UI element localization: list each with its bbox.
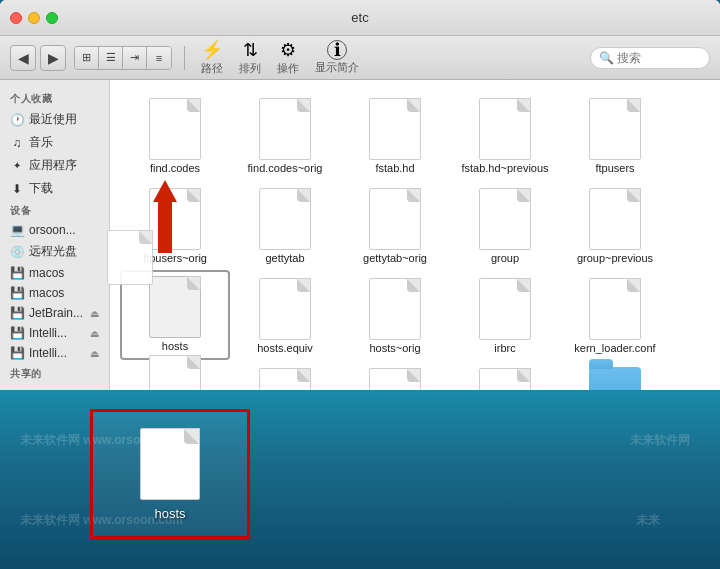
orsoon-icon: 💻 (10, 223, 24, 237)
gettytab-orig-name: gettytab~orig (363, 252, 427, 265)
optical-icon: 💿 (10, 245, 24, 259)
sidebar-shared-section: 共享的 (0, 363, 109, 383)
file-item-group[interactable]: group (450, 180, 560, 270)
sidebar-item-recent[interactable]: 🕐 最近使用 (0, 108, 109, 131)
file-item-irbrc[interactable]: irbrc (450, 270, 560, 360)
sidebar-item-downloads-label: 下载 (29, 180, 53, 197)
desktop: 未来软件网 www.orsoon.com 未来软件网 未来软件网 www.ors… (0, 390, 720, 569)
view-gallery-btn[interactable]: ≡ (147, 47, 171, 69)
arrow-shaft (158, 198, 172, 253)
apps-icon: ✦ (10, 159, 24, 173)
sidebar-item-music-label: 音乐 (29, 134, 53, 151)
sidebar-item-macos1-label: macos (29, 266, 64, 280)
back-button[interactable]: ◀ (10, 45, 36, 71)
watermark-4: 未来 (636, 512, 660, 529)
jetbrains-eject[interactable]: ⏏ (90, 308, 99, 319)
watermark-2: 未来软件网 (630, 432, 690, 449)
view-mode-buttons: ⊞ ☰ ⇥ ≡ (74, 46, 172, 70)
info-button[interactable]: ℹ 显示简介 (311, 38, 363, 77)
action-button[interactable]: ⚙ 操作 (273, 37, 303, 78)
sidebar-item-macos2[interactable]: 💾 macos (0, 283, 109, 303)
find-codes-orig-icon (259, 98, 311, 160)
sidebar-item-music[interactable]: ♫ 音乐 (0, 131, 109, 154)
group-previous-name: group~previous (577, 252, 653, 265)
fstab-hd-previous-icon (479, 98, 531, 160)
file-grid: find.codes find.codes~orig fstab.hd fsta… (110, 80, 720, 395)
view-icon-btn[interactable]: ⊞ (75, 47, 99, 69)
music-icon: ♫ (10, 136, 24, 150)
file-item-kern-loader-conf[interactable]: kern_loader.conf (560, 270, 670, 360)
search-icon: 🔍 (599, 51, 614, 65)
fstab-hd-icon (369, 98, 421, 160)
drag-arrow (155, 180, 175, 260)
kern-loader-conf-name: kern_loader.conf (574, 342, 655, 355)
file-item-find-codes[interactable]: find.codes (120, 90, 230, 180)
route-button[interactable]: ⚡ 路径 (197, 37, 227, 78)
file-item-group-previous[interactable]: group~previous (560, 180, 670, 270)
desktop-drag-item: hosts (90, 409, 250, 539)
file-item-hosts-equiv[interactable]: hosts.equiv (230, 270, 340, 360)
intelli1-icon: 💾 (10, 326, 24, 340)
hosts-orig-icon (369, 278, 421, 340)
file-item-find-codes-orig[interactable]: find.codes~orig (230, 90, 340, 180)
view-column-btn[interactable]: ⇥ (123, 47, 147, 69)
find-codes-name: find.codes (150, 162, 200, 175)
search-input[interactable] (617, 51, 707, 65)
hosts-equiv-icon (259, 278, 311, 340)
sort-button[interactable]: ⇅ 排列 (235, 37, 265, 78)
close-button[interactable] (10, 12, 22, 24)
desktop-file-icon (140, 428, 200, 500)
hosts-equiv-name: hosts.equiv (257, 342, 313, 355)
fstab-hd-name: fstab.hd (375, 162, 414, 175)
sort-label: 排列 (239, 61, 261, 76)
ftpusers-icon (589, 98, 641, 160)
find-codes-icon (149, 98, 201, 160)
search-box[interactable]: 🔍 (590, 47, 710, 69)
downloads-icon: ⬇ (10, 182, 24, 196)
sidebar-item-intelli2-label: Intelli... (29, 346, 67, 360)
route-label: 路径 (201, 61, 223, 76)
kern-loader-conf-icon (589, 278, 641, 340)
macos1-icon: 💾 (10, 266, 24, 280)
sidebar-item-intelli1-label: Intelli... (29, 326, 67, 340)
macos2-icon: 💾 (10, 286, 24, 300)
sidebar-item-intelli1[interactable]: 💾 Intelli... ⏏ (0, 323, 109, 343)
maximize-button[interactable] (46, 12, 58, 24)
fstab-hd-previous-name: fstab.hd~previous (461, 162, 548, 175)
irbrc-name: irbrc (494, 342, 515, 355)
sidebar-item-optical-label: 远程光盘 (29, 243, 77, 260)
recent-icon: 🕐 (10, 113, 24, 127)
separator-1 (184, 46, 185, 70)
intelli2-eject[interactable]: ⏏ (90, 348, 99, 359)
toolbar: ◀ ▶ ⊞ ☰ ⇥ ≡ ⚡ 路径 ⇅ 排列 ⚙ 操作 ℹ 显示简介 (0, 36, 720, 80)
sidebar-item-orsoon-label: orsoon... (29, 223, 76, 237)
sidebar-item-jetbrains-label: JetBrain... (29, 306, 83, 320)
group-previous-icon (589, 188, 641, 250)
file-item-fstab-hd-previous[interactable]: fstab.hd~previous (450, 90, 560, 180)
view-list-btn[interactable]: ☰ (99, 47, 123, 69)
info-label: 显示简介 (315, 60, 359, 75)
intelli1-eject[interactable]: ⏏ (90, 328, 99, 339)
hosts-icon (149, 276, 201, 338)
sidebar-item-apps[interactable]: ✦ 应用程序 (0, 154, 109, 177)
sidebar-item-intelli2[interactable]: 💾 Intelli... ⏏ (0, 343, 109, 363)
window-title: etc (351, 10, 368, 25)
file-item-ftpusers[interactable]: ftpusers (560, 90, 670, 180)
minimize-button[interactable] (28, 12, 40, 24)
forward-button[interactable]: ▶ (40, 45, 66, 71)
hosts-orig-name: hosts~orig (369, 342, 420, 355)
sidebar-item-recent-label: 最近使用 (29, 111, 77, 128)
jetbrains-icon: 💾 (10, 306, 24, 320)
ftpusers-name: ftpusers (595, 162, 634, 175)
gettytab-orig-icon (369, 188, 421, 250)
kern-loader-prev-icon (149, 355, 201, 395)
file-item-gettytab-orig[interactable]: gettytab~orig (340, 180, 450, 270)
find-codes-orig-name: find.codes~orig (248, 162, 323, 175)
file-item-hosts-orig[interactable]: hosts~orig (340, 270, 450, 360)
file-item-gettytab[interactable]: gettytab (230, 180, 340, 270)
title-bar: etc (0, 0, 720, 36)
file-item-fstab-hd[interactable]: fstab.hd (340, 90, 450, 180)
traffic-lights (10, 12, 58, 24)
sidebar-item-jetbrains[interactable]: 💾 JetBrain... ⏏ (0, 303, 109, 323)
sidebar-item-macos2-label: macos (29, 286, 64, 300)
